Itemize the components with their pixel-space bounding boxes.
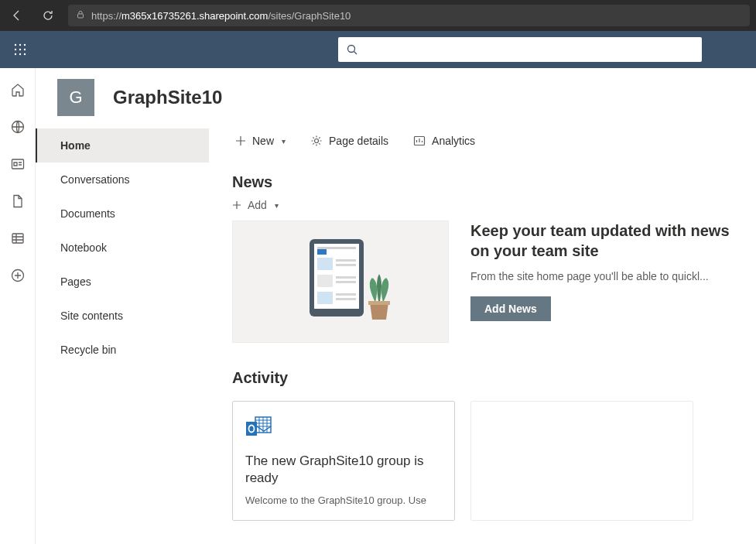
svg-point-1 [15,44,16,46]
activity-section-title: Activity [232,369,742,387]
nav-item-notebook[interactable]: Notebook [36,231,209,265]
svg-rect-30 [368,301,390,305]
page-details-button[interactable]: Page details [307,128,392,153]
globe-icon[interactable] [10,119,26,135]
site-header: G GraphSite10 [36,68,756,124]
svg-point-2 [19,44,21,46]
add-news-link[interactable]: Add ▾ [232,199,742,211]
svg-point-15 [315,139,319,143]
svg-point-7 [15,53,16,55]
browser-toolbar: https://m365x16735261.sharepoint.com/sit… [0,0,756,31]
svg-rect-29 [336,298,356,300]
activity-card-desc: Welcome to the GraphSite10 group. Use [245,494,442,506]
news-section-title: News [232,173,742,191]
app-launcher-icon[interactable] [8,37,32,62]
chevron-down-icon: ▾ [282,137,286,145]
search-box[interactable] [338,37,702,62]
add-news-button[interactable]: Add News [470,296,551,321]
app-rail [0,68,36,544]
tablet-plant-illustration [271,231,410,332]
news-illustration [232,221,449,343]
svg-point-9 [24,53,26,55]
svg-point-4 [15,49,16,50]
svg-point-3 [24,44,26,46]
nav-item-documents[interactable]: Documents [36,197,209,231]
refresh-button[interactable] [37,5,59,26]
url-text: https://m365x16735261.sharepoint.com/sit… [91,10,351,22]
add-label: Add [248,199,267,211]
activity-card[interactable]: The new GraphSite10 group is ready Welco… [232,401,455,521]
svg-rect-0 [78,14,84,18]
nav-item-recycle-bin[interactable]: Recycle bin [36,333,209,367]
svg-rect-25 [336,276,356,279]
back-button[interactable] [6,5,28,26]
list-icon[interactable] [10,231,26,246]
content-column: G GraphSite10 Home Conversations Documen… [36,68,756,544]
search-input[interactable] [366,43,694,56]
search-icon [346,43,358,56]
svg-rect-26 [336,281,356,283]
svg-point-6 [24,49,26,50]
site-logo[interactable]: G [57,79,94,116]
svg-rect-22 [336,259,356,262]
add-icon[interactable] [10,268,26,283]
gear-icon [310,135,323,147]
main-area: G GraphSite10 Home Conversations Documen… [0,68,756,544]
outlook-icon [245,416,442,442]
page-details-label: Page details [329,135,388,147]
news-icon[interactable] [10,156,26,172]
news-text: Keep your team updated with news on your… [470,221,742,343]
analytics-icon [413,135,426,147]
svg-rect-24 [317,275,333,287]
nav-item-conversations[interactable]: Conversations [36,163,209,197]
svg-point-5 [19,49,21,50]
plus-icon [232,200,241,210]
new-button-label: New [252,135,274,147]
home-icon[interactable] [10,82,26,98]
canvas: New ▾ Page details Analytics News [209,124,756,521]
nav-item-site-contents[interactable]: Site contents [36,299,209,333]
left-nav: Home Conversations Documents Notebook Pa… [36,124,209,521]
news-heading: Keep your team updated with news on your… [470,221,742,261]
nav-item-pages[interactable]: Pages [36,265,209,299]
analytics-button[interactable]: Analytics [410,128,478,153]
analytics-label: Analytics [432,135,475,147]
activity-row: The new GraphSite10 group is ready Welco… [232,401,742,521]
new-button[interactable]: New ▾ [232,128,289,153]
svg-point-10 [348,46,355,53]
svg-rect-28 [336,293,356,296]
svg-rect-20 [317,247,356,249]
svg-point-8 [19,53,21,55]
address-bar[interactable]: https://m365x16735261.sharepoint.com/sit… [68,5,750,26]
plus-icon [235,135,246,146]
lock-icon [76,10,85,22]
activity-card-empty [470,401,693,521]
activity-card-title: The new GraphSite10 group is ready [245,453,442,487]
svg-rect-13 [12,234,23,243]
news-row: Keep your team updated with news on your… [232,221,742,343]
chevron-down-icon: ▾ [275,201,279,210]
command-bar: New ▾ Page details Analytics [232,124,742,158]
file-icon[interactable] [10,193,26,209]
nav-item-home[interactable]: Home [36,128,209,163]
site-title: GraphSite10 [113,87,222,108]
svg-rect-21 [317,258,333,270]
suite-header [0,31,756,68]
svg-rect-23 [336,264,356,266]
svg-rect-27 [317,292,333,304]
news-description: From the site home page you'll be able t… [470,270,741,282]
